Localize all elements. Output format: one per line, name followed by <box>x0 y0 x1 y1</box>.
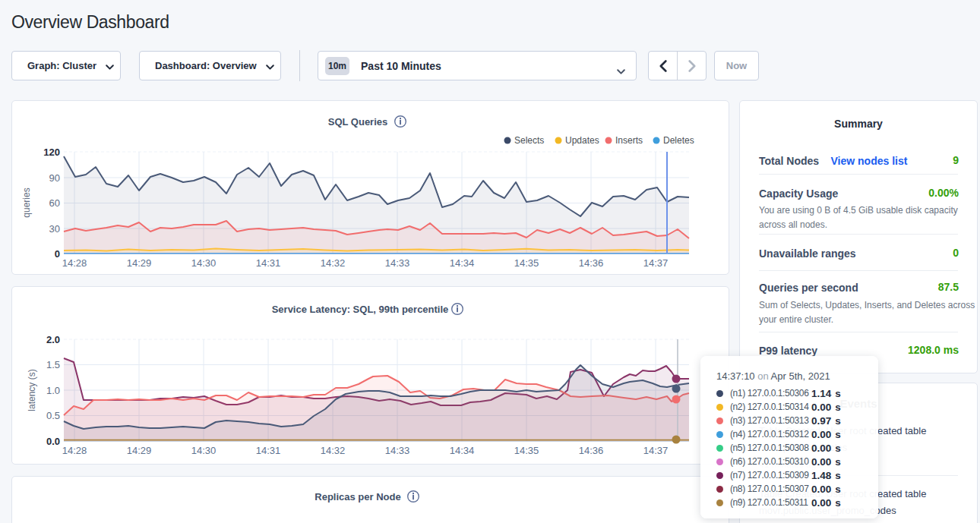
svg-text:14:37: 14:37 <box>643 257 669 269</box>
svg-text:queries: queries <box>21 187 32 217</box>
svg-text:1.5: 1.5 <box>46 359 60 370</box>
svg-text:120: 120 <box>43 147 60 158</box>
svg-text:14:35: 14:35 <box>514 445 539 456</box>
svg-text:0.0: 0.0 <box>46 436 60 447</box>
svg-text:60: 60 <box>49 197 60 209</box>
svg-text:14:34: 14:34 <box>450 257 475 269</box>
svg-text:Updates: Updates <box>565 135 599 146</box>
svg-text:14:31: 14:31 <box>256 445 281 456</box>
svg-text:14:30: 14:30 <box>191 257 217 269</box>
svg-text:14:28: 14:28 <box>62 445 87 456</box>
svg-text:14:32: 14:32 <box>321 257 346 269</box>
svg-text:14:32: 14:32 <box>321 445 346 456</box>
svg-text:90: 90 <box>49 172 60 184</box>
svg-text:SQL Queries: SQL Queries <box>328 116 388 128</box>
svg-text:14:29: 14:29 <box>127 257 152 269</box>
svg-text:0: 0 <box>55 248 60 260</box>
svg-text:14:34: 14:34 <box>450 445 475 456</box>
svg-text:14:36: 14:36 <box>579 445 604 456</box>
svg-text:14:36: 14:36 <box>579 257 604 269</box>
svg-text:14:33: 14:33 <box>385 445 410 456</box>
svg-text:0.5: 0.5 <box>46 410 60 421</box>
svg-text:14:33: 14:33 <box>385 257 410 269</box>
svg-text:14:35: 14:35 <box>514 257 539 269</box>
svg-text:14:31: 14:31 <box>256 257 281 269</box>
svg-text:14:29: 14:29 <box>127 445 152 456</box>
svg-text:2.0: 2.0 <box>46 334 60 345</box>
svg-text:1.0: 1.0 <box>46 385 60 396</box>
svg-text:latency (s): latency (s) <box>27 369 37 411</box>
svg-text:14:28: 14:28 <box>62 257 87 269</box>
svg-text:14:30: 14:30 <box>191 445 217 456</box>
svg-text:14:37: 14:37 <box>643 445 669 456</box>
svg-text:Deletes: Deletes <box>663 135 694 146</box>
svg-text:Selects: Selects <box>514 135 544 146</box>
svg-text:30: 30 <box>49 223 60 235</box>
svg-text:Replicas per Node: Replicas per Node <box>315 491 400 503</box>
svg-text:Service Latency: SQL, 99th per: Service Latency: SQL, 99th percentile <box>272 304 449 315</box>
svg-text:Inserts: Inserts <box>615 135 643 146</box>
